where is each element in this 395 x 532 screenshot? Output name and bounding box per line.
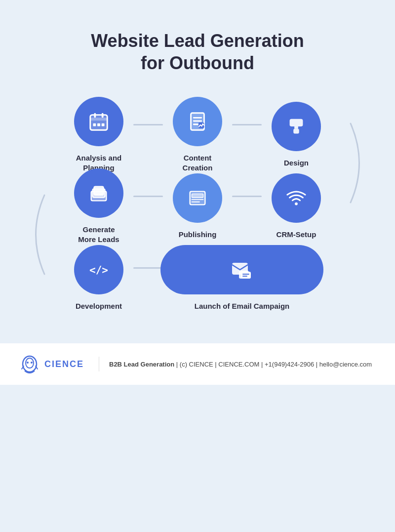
svg-point-38 (27, 362, 29, 364)
diagram: Analysis and Planning Co (30, 99, 365, 314)
svg-rect-14 (290, 119, 303, 126)
connector-1-2 (133, 124, 163, 125)
layers-icon (87, 182, 110, 205)
svg-rect-7 (102, 123, 105, 126)
footer-divider (99, 357, 99, 371)
node-design: Design (262, 102, 331, 168)
footer-separator-4: | (316, 361, 319, 368)
svg-point-29 (295, 202, 298, 205)
svg-rect-33 (241, 272, 251, 279)
label-design: Design (284, 158, 309, 168)
pill-launch (160, 245, 323, 294)
svg-rect-6 (97, 123, 100, 126)
svg-rect-25 (192, 194, 203, 198)
footer: CIENCE B2B Lead Generation | (c) CIENCE … (0, 343, 395, 385)
svg-rect-23 (190, 191, 205, 205)
circle-design (272, 102, 321, 151)
svg-text:</>: </> (89, 263, 108, 276)
svg-rect-4 (102, 113, 104, 118)
node-publishing: Publishing (163, 173, 232, 240)
page-wrapper: Website Lead Generation for Outbound (0, 0, 395, 532)
svg-rect-15 (294, 126, 298, 129)
node-development: </> Development (64, 245, 133, 311)
chat-icon (230, 258, 254, 282)
row-2: GenerateMore Leads Publishing (30, 170, 365, 242)
circle-development: </> (74, 245, 123, 294)
svg-rect-2 (90, 118, 108, 121)
curve-right-1 (346, 123, 370, 203)
circle-analysis (74, 97, 123, 146)
footer-logo-text: CIENCE (44, 359, 84, 369)
footer-phone: +1(949)424-2906 (265, 361, 314, 368)
node-crm: CRM-Setup (262, 173, 331, 240)
cience-logo-icon (20, 353, 40, 375)
circle-crm (272, 173, 321, 223)
connector-dev-launch (133, 267, 163, 269)
node-launch: Launch of Email Campaign (163, 245, 321, 311)
document-icon (186, 110, 209, 133)
code-icon: </> (87, 258, 110, 281)
curve-left-1 (25, 195, 49, 274)
label-generate: GenerateMore Leads (78, 225, 119, 244)
label-publishing: Publishing (179, 230, 217, 240)
footer-company: (c) CIENCE (180, 361, 213, 368)
footer-separator-1: | (176, 361, 180, 368)
circle-content (173, 97, 222, 146)
row-1: Analysis and Planning Co (30, 99, 365, 170)
node-generate: GenerateMore Leads (64, 168, 133, 244)
svg-rect-0 (90, 115, 108, 130)
footer-website: CIENCE.COM (218, 361, 259, 368)
circle-publishing (173, 173, 222, 223)
label-crm: CRM-Setup (276, 230, 316, 240)
footer-logo: CIENCE (20, 353, 89, 375)
svg-rect-16 (293, 129, 299, 134)
newspaper-icon (186, 187, 209, 209)
footer-tagline: B2B Lead Generation (109, 361, 174, 368)
svg-rect-21 (94, 187, 103, 195)
wifi-icon (285, 187, 308, 209)
connector-2-3 (232, 124, 262, 125)
label-launch: Launch of Email Campaign (195, 301, 290, 311)
footer-info: B2B Lead Generation | (c) CIENCE | CIENC… (109, 361, 372, 368)
footer-separator-3: | (261, 361, 265, 368)
svg-rect-5 (93, 123, 96, 126)
svg-point-39 (31, 362, 33, 364)
connector-pub-crm (232, 196, 262, 197)
node-content: ContentCreation (163, 97, 232, 172)
svg-rect-3 (94, 113, 96, 118)
label-development: Development (76, 301, 122, 311)
row-3: </> Development (30, 242, 365, 314)
connector-gen-pub (133, 196, 163, 197)
footer-email: hello@cience.com (319, 361, 372, 368)
paintbrush-icon (285, 115, 308, 138)
page-title: Website Lead Generation for Outbound (91, 30, 304, 74)
node-analysis: Analysis and Planning (64, 97, 133, 172)
circle-generate (74, 168, 123, 218)
label-content: ContentCreation (183, 153, 213, 172)
calendar-icon (87, 110, 110, 133)
